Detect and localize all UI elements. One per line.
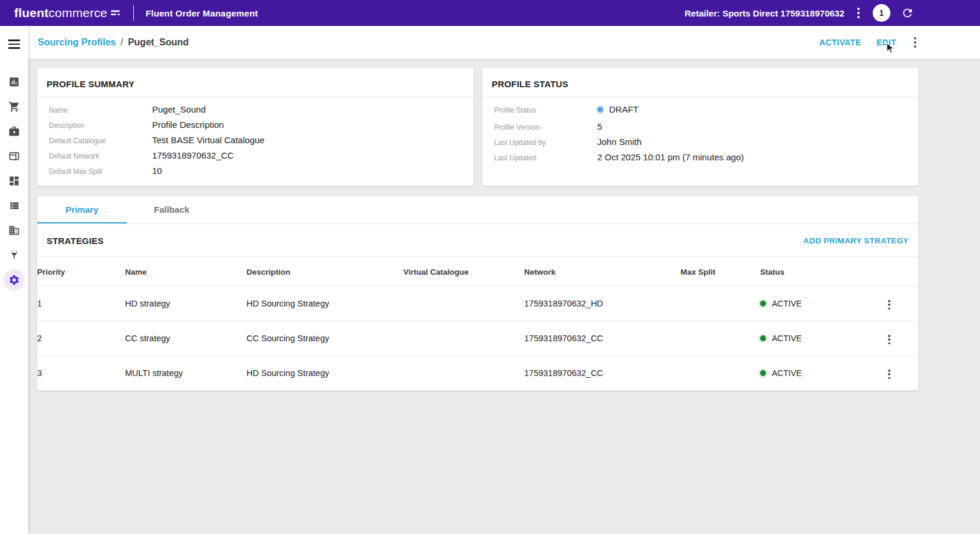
field-label: Profile Version — [494, 123, 597, 131]
cell-max-split — [680, 286, 760, 321]
field-value: Profile Description — [152, 120, 224, 130]
tab-fallback[interactable]: Fallback — [127, 196, 216, 223]
cell-status: ACTIVE — [760, 286, 885, 321]
summary-field-name: Name Puget_Sound — [49, 104, 464, 114]
status-badge: ACTIVE — [772, 334, 802, 343]
column-header-virtual-catalogue: Virtual Catalogue — [403, 257, 524, 286]
payments-card-icon[interactable] — [8, 150, 21, 162]
field-value: Puget_Sound — [152, 104, 206, 114]
activate-button[interactable]: ACTIVATE — [819, 38, 861, 47]
field-value: 10 — [152, 166, 162, 176]
column-header-actions — [885, 257, 918, 286]
field-label: Profile Status — [494, 106, 597, 114]
menu-icon[interactable] — [6, 37, 22, 51]
insights-funnel-icon[interactable] — [8, 249, 21, 261]
breadcrumb-current-page: Puget_Sound — [128, 37, 189, 48]
cell-priority: 2 — [37, 321, 125, 356]
row-kebab-menu-icon[interactable] — [885, 332, 893, 347]
analytics-icon[interactable] — [8, 76, 21, 88]
field-value: 5 — [597, 121, 602, 131]
profile-status-title: PROFILE STATUS — [482, 68, 918, 97]
cell-priority: 3 — [37, 356, 125, 391]
field-label: Name — [49, 106, 152, 114]
cell-virtual-catalogue — [403, 356, 524, 391]
settings-gear-icon[interactable] — [8, 274, 21, 286]
strategies-table: Priority Name Description Virtual Catalo… — [37, 256, 918, 391]
strategies-section-title: STRATEGIES — [47, 236, 104, 246]
cell-max-split — [680, 356, 760, 391]
retailer-context-label: Retailer: Sports Direct 1759318970632 — [685, 8, 844, 18]
fulfilment-briefcase-icon[interactable] — [8, 126, 21, 137]
row-kebab-menu-icon[interactable] — [885, 367, 893, 382]
strategies-card: Primary Fallback STRATEGIES ADD PRIMARY … — [37, 196, 918, 391]
edit-button[interactable]: EDIT — [877, 38, 897, 47]
table-row[interactable]: 1 HD strategy HD Sourcing Strategy 17593… — [37, 286, 918, 321]
cell-description: HD Sourcing Strategy — [246, 286, 403, 321]
table-row[interactable]: 2 CC strategy CC Sourcing Strategy 17593… — [37, 321, 918, 356]
cell-actions — [885, 321, 918, 356]
field-label: Description — [49, 121, 152, 130]
summary-field-default-network: Default Network 1759318970632_CC — [49, 150, 464, 160]
cell-description: HD Sourcing Strategy — [246, 356, 403, 391]
cell-description: CC Sourcing Strategy — [246, 321, 403, 356]
cell-name: CC strategy — [125, 321, 246, 356]
logo-text-light: commerce — [48, 6, 107, 20]
table-row[interactable]: 3 MULTI strategy HD Sourcing Strategy 17… — [37, 356, 918, 391]
profile-status-card: PROFILE STATUS Profile Status DRAFT Prof… — [482, 68, 918, 186]
breadcrumb-sourcing-profiles-link[interactable]: Sourcing Profiles — [38, 37, 116, 48]
fluent-logo-mark-icon — [110, 6, 120, 20]
column-header-name: Name — [125, 257, 246, 286]
cell-network: 1759318970632_HD — [524, 286, 680, 321]
column-header-priority: Priority — [37, 257, 125, 286]
fluent-commerce-logo[interactable]: fluentcommerce — [14, 6, 120, 20]
field-value: John Smith — [597, 137, 642, 147]
list-view-icon[interactable] — [8, 200, 21, 212]
topbar-divider — [133, 5, 134, 21]
top-app-bar: fluentcommerce Fluent Order Management R… — [0, 0, 980, 26]
app-title: Fluent Order Management — [146, 8, 258, 18]
cell-network: 1759318970632_CC — [524, 356, 680, 391]
cell-name: HD strategy — [125, 286, 246, 321]
field-value: 2 Oct 2025 10:01 pm (7 minutes ago) — [597, 152, 744, 162]
cell-virtual-catalogue — [403, 286, 524, 321]
field-value: Test BASE Virtual Catalogue — [152, 135, 265, 145]
page-kebab-menu-icon[interactable] — [912, 35, 919, 50]
active-status-dot-icon — [760, 301, 766, 306]
cell-name: MULTI strategy — [125, 356, 246, 391]
row-kebab-menu-icon[interactable] — [885, 297, 893, 312]
summary-field-description: Description Profile Description — [49, 120, 464, 130]
field-label: Default Network — [49, 152, 152, 160]
status-field-profile-status: Profile Status DRAFT — [494, 104, 909, 114]
status-badge: DRAFT — [609, 104, 639, 114]
column-header-status: Status — [760, 257, 885, 286]
table-header-row: Priority Name Description Virtual Catalo… — [37, 257, 918, 286]
status-field-last-updated-by: Last Updated by John Smith — [494, 137, 909, 147]
field-value: 1759318970632_CC — [152, 150, 234, 160]
topbar-kebab-menu-icon[interactable] — [855, 5, 862, 21]
add-primary-strategy-button[interactable]: ADD PRIMARY STRATEGY — [803, 236, 909, 245]
column-header-max-split: Max Split — [680, 257, 760, 286]
cell-max-split — [680, 321, 760, 356]
summary-field-default-max-split: Default Max Split 10 — [49, 166, 464, 176]
draft-status-dot-icon — [597, 107, 603, 113]
cell-actions — [885, 356, 918, 391]
active-status-dot-icon — [760, 370, 766, 376]
cell-network: 1759318970632_CC — [524, 321, 680, 356]
logo-text-bold: fluent — [14, 6, 48, 20]
column-header-description: Description — [246, 257, 403, 286]
active-status-dot-icon — [760, 335, 766, 341]
cell-status: ACTIVE — [760, 321, 885, 356]
left-sidebar — [0, 26, 28, 534]
user-avatar[interactable]: 1 — [873, 4, 890, 22]
status-field-last-updated: Last Updated 2 Oct 2025 10:01 pm (7 minu… — [494, 152, 909, 162]
tab-bar: Primary Fallback — [37, 196, 918, 224]
dashboard-icon[interactable] — [8, 175, 21, 187]
summary-field-default-catalogue: Default Catalogue Test BASE Virtual Cata… — [49, 135, 464, 145]
tab-primary[interactable]: Primary — [37, 196, 127, 223]
refresh-icon[interactable] — [901, 6, 914, 19]
field-label: Default Catalogue — [49, 137, 152, 145]
status-badge: ACTIVE — [772, 299, 802, 308]
column-header-network: Network — [524, 257, 680, 286]
orders-cart-icon[interactable] — [8, 101, 21, 113]
locations-building-icon[interactable] — [8, 225, 21, 236]
